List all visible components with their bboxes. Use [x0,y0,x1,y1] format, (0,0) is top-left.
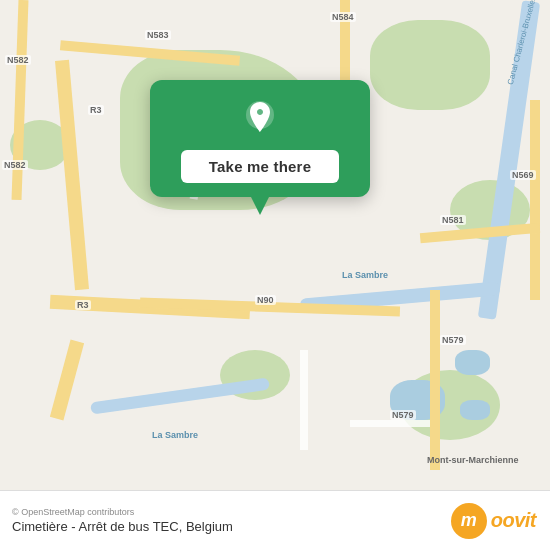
map: N584 N583 N582 N582 R3 R3 N569 N581 N579… [0,0,550,490]
road-label-n581: N581 [440,215,466,225]
road-label-mont-sur: Mont-sur-Marchienne [425,455,521,465]
road-label-n582-mid: N582 [2,160,28,170]
footer: © OpenStreetMap contributors Cimetière -… [0,490,550,550]
location-pin-icon [239,98,281,140]
road-label-n569: N569 [510,170,536,180]
road-label-n579-top: N579 [440,335,466,345]
road-label-la-sambre: La Sambre [340,270,390,280]
location-name: Cimetière - Arrêt de bus TEC, Belgium [12,519,233,534]
take-me-there-button[interactable]: Take me there [181,150,339,183]
road-label-n579-bot: N579 [390,410,416,420]
copyright-text: © OpenStreetMap contributors [12,507,233,517]
moovit-icon: m [451,503,487,539]
road-label-r3-mid: R3 [75,300,91,310]
popup-card: Take me there [150,80,370,197]
road-label-r3-top: R3 [88,105,104,115]
moovit-text: oovit [491,509,536,532]
road-label-n90: N90 [255,295,276,305]
road-label-n584: N584 [330,12,356,22]
road-label-n582-top: N582 [5,55,31,65]
road-label-n583: N583 [145,30,171,40]
footer-left: © OpenStreetMap contributors Cimetière -… [12,507,233,534]
road-label-sambre-bot: La Sambre [150,430,200,440]
moovit-logo: m oovit [451,503,536,539]
